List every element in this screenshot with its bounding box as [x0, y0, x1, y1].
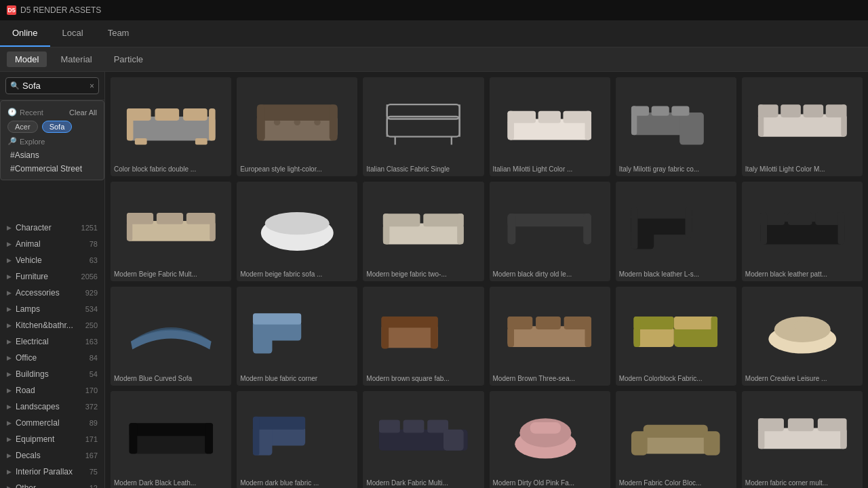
svg-rect-86	[711, 317, 718, 347]
asset-item[interactable]: Modern black leather L-s...	[616, 182, 736, 281]
asset-label: Modern Creative Leisure ...	[742, 373, 863, 386]
recent-tag-sofa[interactable]: Sofa	[42, 121, 73, 133]
asset-label: Modern Beige Fabric Mult...	[111, 268, 231, 281]
asset-thumbnail	[490, 391, 610, 477]
asset-item[interactable]: Italy Milotti Light Color M...	[742, 77, 863, 176]
svg-rect-102	[443, 429, 464, 450]
asset-thumbnail	[237, 287, 357, 373]
asset-item[interactable]: Modern black leather patt...	[742, 182, 863, 281]
asset-thumbnail	[490, 182, 610, 268]
hashtag-asians[interactable]: #Asians	[1, 148, 104, 162]
asset-thumbnail	[490, 287, 610, 373]
asset-item[interactable]: Modern black dirty old le...	[490, 182, 610, 281]
category-electrical[interactable]: ▶ Electrical 163	[0, 333, 104, 350]
explore-icon: 🔎	[7, 137, 17, 146]
svg-rect-80	[585, 317, 592, 347]
category-commercial[interactable]: ▶ CommercIal 89	[0, 415, 104, 431]
tab-model[interactable]: Model	[7, 52, 47, 67]
clear-all-button[interactable]: Clear All	[69, 108, 97, 117]
asset-item[interactable]: Modern Fabric Color Bloc...	[616, 391, 736, 488]
svg-rect-38	[758, 104, 764, 137]
category-kitchen[interactable]: ▶ Kitchen&bathr... 250	[0, 317, 104, 333]
search-icon: 🔍	[10, 81, 20, 90]
asset-item[interactable]: Modern brown square fab...	[363, 287, 484, 386]
asset-label: Modern Brown Three-sea...	[490, 373, 610, 386]
svg-rect-25	[508, 110, 515, 140]
app-icon: D5	[7, 5, 16, 15]
asset-item[interactable]: Italy Milotti gray fabric co...	[616, 77, 736, 176]
asset-item[interactable]: European style light-color...	[237, 77, 357, 176]
category-lamps[interactable]: ▶ Lamps 534	[0, 301, 104, 317]
category-vehicle[interactable]: ▶ Vehicle 63	[0, 252, 104, 268]
asset-item[interactable]: Modern Brown Three-sea...	[490, 287, 610, 386]
svg-rect-14	[330, 104, 338, 140]
asset-label: Modern black leather L-s...	[616, 268, 736, 281]
asset-thumbnail	[363, 182, 484, 268]
asset-item[interactable]: Modern Blue Curved Sofa	[111, 287, 231, 386]
asset-label: Italy Milotti Light Color M...	[742, 163, 863, 176]
hashtag-commercial-street[interactable]: #Commercial Street	[1, 162, 104, 176]
asset-label: Modern Blue Curved Sofa	[111, 373, 231, 386]
category-other[interactable]: ▶ Other 12	[0, 480, 104, 488]
category-count: 78	[90, 240, 98, 248]
category-interior-parallax[interactable]: ▶ Interior Parallax 75	[0, 464, 104, 480]
asset-label: Modern Colorblock Fabric...	[616, 373, 736, 386]
asset-label: Modern black leather patt...	[742, 268, 863, 281]
asset-item[interactable]: Modern Dark Fabric Multi...	[363, 391, 484, 488]
asset-item[interactable]: Modern Dirty Old Pink Fa...	[490, 391, 610, 488]
arrow-icon: ▶	[7, 241, 12, 247]
asset-item[interactable]: Italian Milotti Light Color ...	[490, 77, 610, 176]
asset-item[interactable]: Italian Classic Fabric Single	[363, 77, 484, 176]
category-character[interactable]: ▶ Character 1251	[0, 220, 104, 236]
asset-item[interactable]: Modern beige fabric sofa ...	[237, 182, 357, 281]
asset-item[interactable]: Modern Creative Leisure ...	[742, 287, 863, 386]
category-landscapes[interactable]: ▶ Landscapes 372	[0, 399, 104, 415]
svg-rect-92	[129, 423, 137, 453]
asset-item[interactable]: Modern Colorblock Fabric...	[616, 287, 736, 386]
tab-online[interactable]: Online	[0, 20, 50, 47]
asset-thumbnail	[742, 182, 863, 268]
asset-item[interactable]: Modern Beige Fabric Mult...	[111, 182, 231, 281]
category-equipment[interactable]: ▶ Equipment 171	[0, 431, 104, 447]
category-decals[interactable]: ▶ Decals 167	[0, 447, 104, 464]
svg-rect-43	[186, 213, 213, 224]
tab-team[interactable]: Team	[96, 20, 142, 47]
asset-item[interactable]: Modern dark blue fabric ...	[237, 391, 357, 488]
category-label: Furniture	[16, 272, 79, 281]
search-container: 🔍 ×	[0, 72, 104, 100]
asset-item[interactable]: Modern fabric corner mult...	[742, 391, 863, 488]
category-list: ▶ Character 1251 ▶ Animal 78 ▶ Vehicle 6…	[0, 216, 104, 488]
assets-content: Color block fabric double ... European s…	[105, 72, 868, 488]
asset-label: Italian Milotti Light Color ...	[490, 163, 610, 176]
asset-item[interactable]: Modern blue fabric corner	[237, 287, 357, 386]
category-buildings[interactable]: ▶ Buildings 54	[0, 366, 104, 382]
category-animal[interactable]: ▶ Animal 78	[0, 236, 104, 252]
svg-point-47	[265, 212, 330, 235]
svg-rect-112	[788, 418, 814, 431]
arrow-icon: ▶	[7, 289, 12, 296]
svg-rect-55	[508, 214, 516, 244]
tab-material[interactable]: Material	[52, 52, 100, 67]
asset-item[interactable]: Modern Dark Black Leath...	[111, 391, 231, 488]
svg-rect-91	[129, 423, 213, 436]
recent-tag-acer[interactable]: Acer	[7, 121, 38, 133]
clear-search-button[interactable]: ×	[90, 81, 94, 91]
asset-thumbnail	[616, 77, 736, 163]
category-office[interactable]: ▶ Office 84	[0, 350, 104, 366]
category-count: 372	[85, 403, 98, 411]
category-label: Accessories	[16, 288, 83, 298]
arrow-icon: ▶	[7, 468, 12, 475]
tab-local[interactable]: Local	[50, 20, 96, 47]
search-input[interactable]	[22, 81, 87, 91]
category-furniture[interactable]: ▶ Furniture 2056	[0, 268, 104, 285]
svg-rect-72	[382, 317, 438, 328]
svg-rect-39	[841, 104, 846, 137]
category-accessories[interactable]: ▶ Accessories 929	[0, 285, 104, 301]
arrow-icon: ▶	[7, 403, 12, 410]
asset-item[interactable]: Modern beige fabric two-...	[363, 182, 484, 281]
tab-particle[interactable]: Particle	[106, 52, 151, 67]
category-label: CommercIal	[16, 418, 87, 428]
category-road[interactable]: ▶ Road 170	[0, 382, 104, 399]
arrow-icon: ▶	[7, 420, 12, 426]
asset-item[interactable]: Color block fabric double ...	[111, 77, 231, 176]
